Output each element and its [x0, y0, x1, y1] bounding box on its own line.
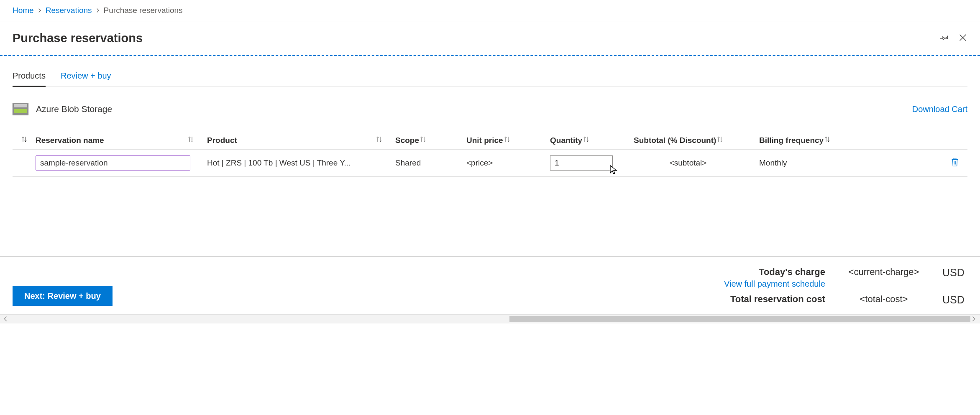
- sort-icon[interactable]: [187, 135, 194, 145]
- todays-charge-value: <current-charge>: [838, 267, 930, 278]
- tabs: Products Review + buy: [13, 71, 967, 87]
- tab-review-buy[interactable]: Review + buy: [61, 71, 111, 87]
- chevron-right-icon: [95, 6, 100, 15]
- total-cost-label: Total reservation cost: [730, 294, 825, 304]
- scrollbar-thumb[interactable]: [509, 316, 970, 322]
- billing-frequency-text: Monthly: [759, 158, 787, 167]
- storage-icon: [13, 103, 28, 115]
- page-header: Purchase reservations: [0, 21, 980, 56]
- subtotal-text: <subtotal>: [670, 158, 707, 167]
- header-quantity[interactable]: Quantity: [550, 136, 582, 145]
- pin-icon[interactable]: [940, 33, 949, 43]
- breadcrumb: Home Reservations Purchase reservations: [0, 0, 980, 21]
- quantity-input[interactable]: [550, 155, 613, 171]
- unit-price-text: <price>: [466, 158, 493, 167]
- sort-icon[interactable]: [20, 135, 28, 145]
- currency-label: USD: [942, 267, 967, 279]
- total-cost-value: <total-cost>: [838, 294, 930, 305]
- horizontal-scrollbar[interactable]: [0, 314, 980, 323]
- footer: Next: Review + buy Today's charge View f…: [0, 256, 980, 314]
- view-payment-schedule-link[interactable]: View full payment schedule: [683, 279, 825, 289]
- close-icon[interactable]: [958, 33, 967, 43]
- breadcrumb-home[interactable]: Home: [13, 6, 34, 15]
- product-text: Hot | ZRS | 100 Tb | West US | Three Y..…: [207, 158, 351, 168]
- breadcrumb-reservations[interactable]: Reservations: [46, 6, 92, 15]
- reservation-name-input[interactable]: [36, 155, 190, 171]
- header-reservation-name[interactable]: Reservation name: [36, 136, 104, 145]
- sort-icon[interactable]: [582, 135, 590, 145]
- delete-icon[interactable]: [950, 157, 960, 170]
- breadcrumb-current: Purchase reservations: [104, 6, 183, 15]
- download-cart-link[interactable]: Download Cart: [912, 104, 967, 114]
- scroll-right-icon[interactable]: [971, 316, 977, 323]
- currency-label: USD: [942, 294, 967, 306]
- scope-text: Shared: [395, 158, 421, 167]
- service-name: Azure Blob Storage: [36, 104, 112, 114]
- tab-products[interactable]: Products: [13, 71, 46, 87]
- next-review-buy-button[interactable]: Next: Review + buy: [13, 286, 113, 306]
- table-row: Hot | ZRS | 100 Tb | West US | Three Y..…: [13, 150, 967, 177]
- sort-icon[interactable]: [824, 135, 831, 145]
- header-billing-frequency[interactable]: Billing frequency: [759, 136, 824, 145]
- header-subtotal[interactable]: Subtotal (% Discount): [634, 136, 716, 145]
- sort-icon[interactable]: [503, 135, 511, 145]
- header-scope[interactable]: Scope: [395, 136, 419, 145]
- sort-icon[interactable]: [375, 135, 383, 145]
- scroll-left-icon[interactable]: [3, 316, 9, 323]
- reservations-grid: Reservation name Product Scope Unit pric…: [13, 131, 967, 177]
- chevron-right-icon: [37, 6, 42, 15]
- sort-icon[interactable]: [716, 135, 724, 145]
- header-unit-price[interactable]: Unit price: [466, 136, 503, 145]
- sort-icon[interactable]: [419, 135, 427, 145]
- header-product[interactable]: Product: [207, 136, 237, 145]
- grid-header-row: Reservation name Product Scope Unit pric…: [13, 131, 967, 150]
- todays-charge-label: Today's charge: [759, 267, 825, 277]
- page-title: Purchase reservations: [13, 31, 940, 45]
